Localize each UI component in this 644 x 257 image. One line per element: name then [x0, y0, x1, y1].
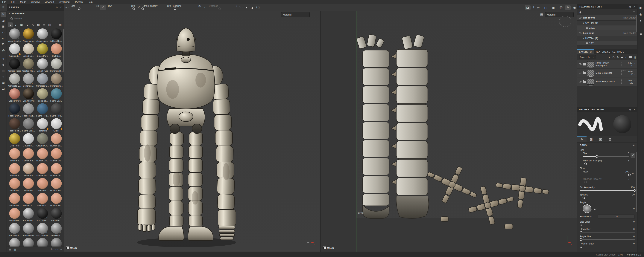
visibility-eye-icon[interactable]	[579, 63, 582, 65]
particles-icon[interactable]: ⁂	[560, 6, 562, 9]
layer-thumbnail[interactable]	[587, 79, 594, 85]
channel-selector-dropdown[interactable]: Base color ⌄	[579, 55, 596, 59]
angle-slider[interactable]	[594, 208, 611, 210]
asset-item[interactable]: ∴Iron Brush...	[22, 208, 35, 223]
shader-settings-icon[interactable]: ◐	[640, 19, 642, 22]
texture-set-scrollbar[interactable]	[636, 15, 637, 32]
flow-pressure-icon[interactable]: ✐	[630, 171, 636, 176]
layer-row[interactable]: Steel Rough dustyNorm ⌄100 ⌄	[577, 77, 637, 86]
uv-tiles-row[interactable]: ∨UV Tiles (1)	[577, 36, 637, 41]
asset-item[interactable]: Human He...	[8, 178, 21, 193]
eraser-tool[interactable]: ◪	[0, 17, 6, 23]
toolbar-menu-icon[interactable]: ☰	[0, 6, 7, 9]
asset-item[interactable]: ∴Ground Gr...	[36, 133, 49, 148]
min-size-slider[interactable]	[583, 162, 630, 165]
follow-path-button[interactable]: Off	[598, 215, 635, 219]
menu-item-javascript[interactable]: JavaScript	[59, 0, 70, 3]
filter-environments-icon[interactable]: ▥	[47, 22, 52, 27]
tab-brush[interactable]: ✎	[577, 136, 586, 142]
viewport3d-mask-toggle[interactable]: MASK	[66, 247, 77, 249]
asset-item[interactable]: Fabric Knit...	[22, 103, 35, 118]
asset-item[interactable]: ∴Fabric Suit ...	[22, 118, 35, 133]
close-icon[interactable]: ✕	[633, 5, 636, 8]
uv-tiles-row[interactable]: ∨UV Tiles (1)	[577, 20, 637, 25]
asset-item[interactable]: ∴Aluminium...	[36, 28, 49, 43]
layer-blend-mode[interactable]: Norm ⌄	[628, 70, 636, 73]
asset-item[interactable]: Human Fa...	[8, 163, 21, 178]
asset-item[interactable]: Copper Pure	[8, 88, 21, 103]
layer-row[interactable]: Metal ScratchedNorm ⌄100 ⌄	[577, 69, 637, 77]
popout-icon[interactable]: ⧉	[629, 5, 631, 8]
popout-icon[interactable]: ⧉	[629, 108, 631, 111]
assets-close-icon[interactable]: ✕	[60, 6, 62, 9]
layer-opacity[interactable]: 100 ⌄	[630, 64, 636, 67]
flow-slider[interactable]	[583, 173, 630, 176]
asset-item[interactable]: Fabric Rou...	[36, 103, 49, 118]
viewport3d-shader-dropdown[interactable]: Material ⌄	[281, 12, 310, 17]
asset-item[interactable]: Cobalt Pure	[36, 58, 49, 73]
filter-grid-view-icon[interactable]: ▦	[58, 22, 63, 27]
asset-item[interactable]: ∴Iron Grainy	[22, 223, 35, 238]
presets-icon[interactable]: ☰	[632, 144, 635, 147]
asset-item[interactable]: Fabric Den...	[8, 103, 21, 118]
asset-item[interactable]: Human Sh...	[50, 193, 63, 208]
material-preview[interactable]	[607, 112, 638, 136]
display-settings-icon[interactable]: ◉	[640, 12, 642, 16]
filter-materials-icon[interactable]: ●	[8, 22, 13, 27]
asset-item[interactable]: Autumn L...	[8, 43, 21, 58]
projection-tool[interactable]: ⊞	[0, 23, 6, 29]
asset-item[interactable]: Human Ey...	[50, 148, 63, 163]
asset-detail-view-icon[interactable]: ▥	[14, 248, 16, 251]
asset-item[interactable]: Human M...	[36, 178, 49, 193]
tab-stencil[interactable]: ▣	[596, 136, 605, 142]
size-pressure-icon[interactable]: ✐	[100, 5, 106, 10]
layer-opacity[interactable]: 100 ⌄	[630, 73, 636, 75]
size-slider[interactable]	[583, 155, 630, 158]
viewport-3d[interactable]: Material ⌄ MASK yx	[64, 11, 320, 252]
asset-item[interactable]: ∴Denim Rivet	[22, 88, 35, 103]
toolbar-size-slider[interactable]	[71, 7, 99, 10]
paint-mode-icon[interactable]: ✎	[565, 5, 570, 10]
asset-item[interactable]: Human Be...	[8, 148, 21, 163]
tab-close-icon[interactable]: ✕	[590, 51, 592, 53]
layer-row[interactable]: Steel Glossy FingerprintCdge ⌄100 ⌄	[577, 60, 637, 68]
brush-stamp-preview-icon[interactable]: ∿⌄	[64, 5, 70, 10]
size-pressure-icon[interactable]: ✐	[630, 153, 636, 158]
asset-item[interactable]: ∴Concrete ...	[22, 73, 35, 88]
asset-item[interactable]: ∴Coated Me...	[22, 58, 35, 73]
toolbar-spacing-slider[interactable]	[173, 7, 201, 10]
asset-item[interactable]: ∴Concrete S...	[50, 73, 63, 88]
menu-item-viewport[interactable]: Viewport	[44, 0, 54, 3]
asset-item[interactable]: ∴Iron Ham...	[50, 223, 63, 238]
filter-smart-materials-icon[interactable]: ◐	[14, 22, 18, 27]
menu-item-file[interactable]: File	[2, 0, 6, 3]
asset-item[interactable]: Fabric Rou...	[50, 103, 63, 118]
library-selector[interactable]: › All libraries	[7, 11, 64, 16]
render-tool[interactable]: ▣	[0, 80, 6, 86]
visibility-eye-icon[interactable]	[579, 17, 582, 19]
asset-item[interactable]: Footprints	[36, 118, 49, 133]
asset-item[interactable]: ∴Concrete S...	[36, 73, 49, 88]
reimport-assets-icon[interactable]: ↻	[51, 248, 53, 251]
particle-tool[interactable]: ⁂	[0, 47, 6, 53]
asset-item[interactable]: Human Bu...	[22, 148, 35, 163]
asset-item[interactable]: Fabric Ba...	[36, 88, 49, 103]
asset-item[interactable]: Human Ne...	[8, 193, 21, 208]
visibility-mode-icon[interactable]: ◉	[579, 11, 581, 14]
stroke-opacity-slider[interactable]	[580, 189, 635, 192]
add-folder-icon[interactable]	[629, 56, 632, 58]
menu-item-edit[interactable]: Edit	[11, 0, 15, 3]
symmetry-icon[interactable]: ⇌ ⌄	[537, 6, 542, 9]
filter-filters-icon[interactable]: ◑	[25, 22, 30, 27]
viewport2d-mask-toggle[interactable]: MASK	[323, 247, 334, 249]
material-picker-tool[interactable]: ✥	[0, 62, 6, 68]
visibility-eye-icon[interactable]	[579, 81, 582, 82]
tab-layers[interactable]: LAYERS ✕	[577, 49, 594, 54]
clone-tool[interactable]: ⧉	[0, 41, 6, 47]
menu-item-python[interactable]: Python	[75, 0, 82, 3]
asset-item[interactable]: Human Ch...	[36, 148, 49, 163]
menu-item-mode[interactable]: Mode	[20, 0, 26, 3]
texture-set-row[interactable]: arm rechtsMain shader	[577, 15, 637, 20]
texture-set-row[interactable]: bein linksMain shader	[577, 30, 637, 36]
asset-item[interactable]: ∴Iron Galva...	[8, 223, 21, 238]
